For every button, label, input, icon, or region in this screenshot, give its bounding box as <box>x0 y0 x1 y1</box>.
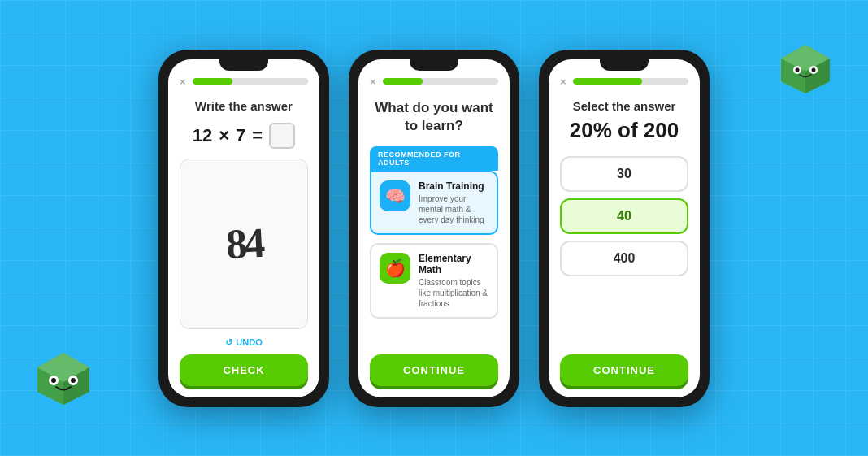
math-equation: 12 × 7 = <box>180 123 308 149</box>
phone-screen-1: × Write the answer 12 × 7 = 84 ↺ <box>168 59 319 397</box>
math-desc: Classroom topics like multiplication & f… <box>419 277 488 309</box>
fraction-display: 20% of 200 <box>560 118 688 143</box>
select-title: Select the answer <box>560 99 688 113</box>
svg-point-15 <box>71 378 76 383</box>
top-bar-2: × <box>370 76 498 88</box>
brain-icon: 🧠 <box>380 180 410 211</box>
option-math-text: Elementary Math Classroom topics like mu… <box>419 253 488 309</box>
close-button-1[interactable]: × <box>180 76 186 88</box>
option-brain-text: Brain Training Improve your mental math … <box>419 180 488 225</box>
progress-bar-3 <box>573 78 688 85</box>
phone-notch-3 <box>600 59 649 71</box>
svg-point-14 <box>51 378 56 383</box>
handwriting-value: 84 <box>224 219 263 268</box>
progress-bar-2 <box>383 78 498 85</box>
handwriting-area[interactable]: 84 <box>180 159 308 329</box>
decorative-cube-top-right <box>777 41 834 98</box>
recommended-badge: RECOMMENDED FOR ADULTS <box>370 146 498 171</box>
phone-notch-1 <box>219 59 268 71</box>
math-num-12: 12 <box>193 125 212 146</box>
phones-container: × Write the answer 12 × 7 = 84 ↺ <box>158 50 710 407</box>
phone-screen-3: × Select the answer 20% of 200 30 40 400… <box>549 59 700 397</box>
math-num-7: 7 <box>236 125 245 146</box>
undo-button[interactable]: ↺ UNDO <box>180 337 308 348</box>
answer-option-30[interactable]: 30 <box>560 156 688 192</box>
undo-icon: ↺ <box>225 337 232 348</box>
phone-screen-2: × What do you want to learn? RECOMMENDED… <box>358 59 510 397</box>
math-title: Elementary Math <box>419 253 488 276</box>
close-button-3[interactable]: × <box>560 76 566 88</box>
top-bar-3: × <box>560 76 688 88</box>
math-times: × <box>219 125 229 146</box>
check-button[interactable]: CHECK <box>180 354 308 386</box>
option-card-brain[interactable]: 🧠 Brain Training Improve your mental mat… <box>370 171 498 235</box>
svg-point-7 <box>812 68 816 72</box>
phone1-title: Write the answer <box>180 99 308 113</box>
undo-label: UNDO <box>236 337 262 347</box>
phone-2: × What do you want to learn? RECOMMENDED… <box>349 50 519 407</box>
svg-point-6 <box>796 68 800 72</box>
answer-option-400[interactable]: 400 <box>560 241 688 276</box>
brain-title: Brain Training <box>419 180 488 192</box>
apple-icon: 🍎 <box>380 253 410 284</box>
phone-3: × Select the answer 20% of 200 30 40 400… <box>539 50 710 407</box>
option-card-math[interactable]: 🍎 Elementary Math Classroom topics like … <box>370 243 498 319</box>
progress-fill-1 <box>193 78 233 85</box>
phone-1: × Write the answer 12 × 7 = 84 ↺ <box>158 50 329 407</box>
answer-option-40[interactable]: 40 <box>560 198 688 234</box>
close-button-2[interactable]: × <box>370 76 376 88</box>
continue-button-3[interactable]: CONTINUE <box>560 354 688 386</box>
continue-button-2[interactable]: CONTINUE <box>370 354 498 386</box>
brain-desc: Improve your mental math & every day thi… <box>419 193 488 225</box>
decorative-cube-bottom-left <box>31 346 96 411</box>
progress-fill-2 <box>383 78 423 85</box>
math-equals: = <box>252 125 263 146</box>
progress-fill-3 <box>573 78 642 85</box>
progress-bar-1 <box>193 78 308 85</box>
top-bar-1: × <box>180 76 308 88</box>
answer-box[interactable] <box>269 123 295 149</box>
phone-notch-2 <box>410 59 458 71</box>
learn-title: What do you want to learn? <box>370 99 498 135</box>
